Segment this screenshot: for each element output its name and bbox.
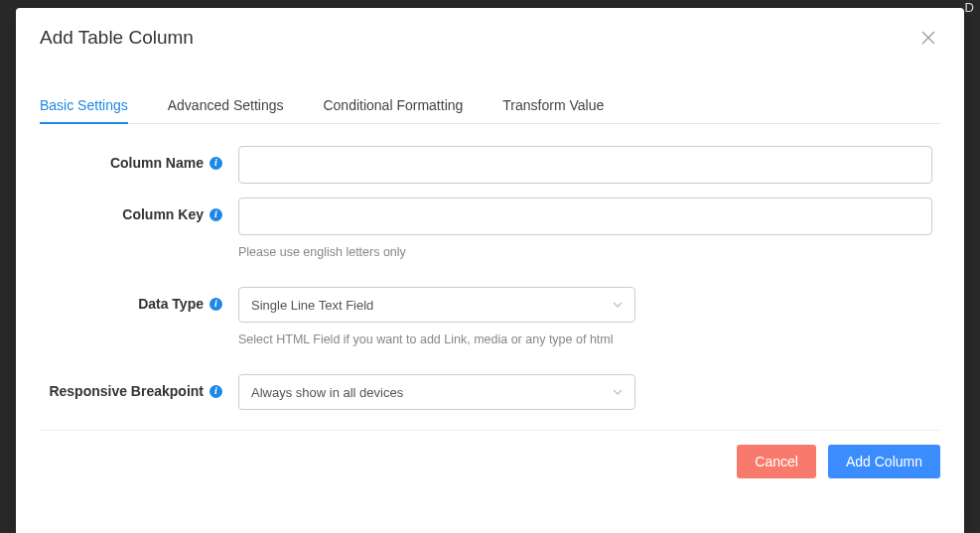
- row-data-type: Data Type i Single Line Text Field: [40, 287, 940, 323]
- modal-title: Add Table Column: [40, 27, 194, 49]
- column-key-input[interactable]: [238, 198, 932, 235]
- input-cell-responsive-breakpoint: Always show in all devices: [238, 374, 940, 410]
- modal-add-table-column: Add Table Column Basic Settings Advanced…: [16, 8, 964, 533]
- chevron-down-icon: [613, 387, 623, 397]
- tab-transform-value[interactable]: Transform Value: [502, 89, 604, 123]
- responsive-breakpoint-select[interactable]: Always show in all devices: [238, 374, 635, 410]
- close-icon: [921, 31, 935, 45]
- input-cell-data-type: Single Line Text Field: [238, 287, 940, 323]
- tab-basic-settings[interactable]: Basic Settings: [40, 89, 128, 123]
- footer-actions: Cancel Add Column: [40, 445, 940, 478]
- label-cell-column-key: Column Key i: [40, 198, 238, 222]
- label-cell-responsive-breakpoint: Responsive Breakpoint i: [40, 374, 238, 399]
- modal-header: Add Table Column: [16, 8, 964, 66]
- divider: [40, 430, 940, 431]
- info-icon[interactable]: i: [210, 385, 222, 398]
- label-column-name: Column Name: [110, 155, 204, 171]
- close-button[interactable]: [916, 26, 940, 50]
- label-cell-data-type: Data Type i: [40, 287, 238, 312]
- chevron-down-icon: [613, 300, 623, 310]
- data-type-select[interactable]: Single Line Text Field: [238, 287, 635, 323]
- label-column-key: Column Key: [122, 206, 204, 222]
- add-column-button[interactable]: Add Column: [828, 445, 940, 478]
- help-data-type: Select HTML Field if you want to add Lin…: [238, 333, 940, 346]
- tab-advanced-settings[interactable]: Advanced Settings: [168, 89, 284, 123]
- info-icon[interactable]: i: [210, 298, 222, 311]
- input-cell-column-key: [238, 198, 940, 235]
- info-icon[interactable]: i: [210, 157, 222, 170]
- modal-body: Basic Settings Advanced Settings Conditi…: [16, 66, 964, 533]
- label-data-type: Data Type: [138, 296, 204, 312]
- row-column-name: Column Name i: [40, 146, 940, 184]
- responsive-breakpoint-selected-value: Always show in all devices: [251, 385, 403, 400]
- background-text: D: [965, 0, 974, 15]
- input-cell-column-name: [238, 146, 940, 184]
- label-responsive-breakpoint: Responsive Breakpoint: [49, 383, 204, 399]
- help-column-key: Please use english letters only: [238, 245, 940, 259]
- label-cell-column-name: Column Name i: [40, 146, 238, 171]
- column-name-input[interactable]: [238, 146, 932, 184]
- info-icon[interactable]: i: [210, 208, 222, 221]
- form-area: Column Name i Column Key i Please use en…: [40, 124, 940, 478]
- row-column-key: Column Key i: [40, 198, 940, 235]
- tabs: Basic Settings Advanced Settings Conditi…: [40, 89, 940, 124]
- data-type-selected-value: Single Line Text Field: [251, 298, 373, 313]
- row-responsive-breakpoint: Responsive Breakpoint i Always show in a…: [40, 374, 940, 410]
- tab-conditional-formatting[interactable]: Conditional Formatting: [323, 89, 463, 123]
- cancel-button[interactable]: Cancel: [737, 445, 816, 478]
